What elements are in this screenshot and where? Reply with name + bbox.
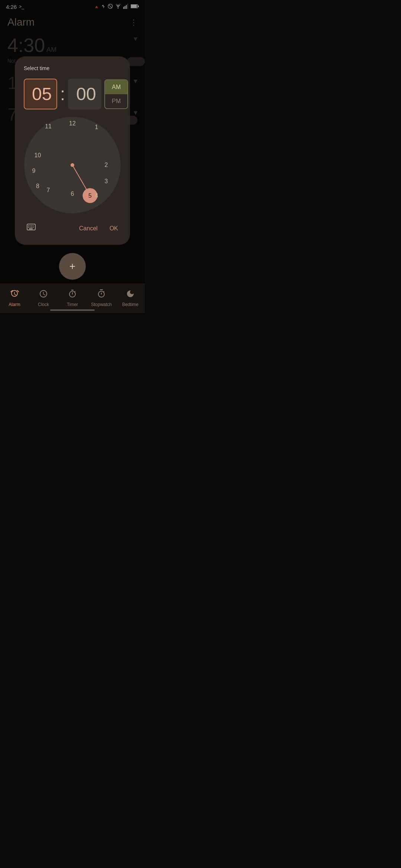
- clock-num-3[interactable]: 3: [100, 175, 113, 188]
- clock-num-9[interactable]: 9: [27, 164, 40, 178]
- bottom-navigation: Alarm Clock Timer Stopwatch: [0, 283, 145, 313]
- clock-num-2[interactable]: 2: [100, 158, 113, 172]
- pm-option[interactable]: PM: [105, 94, 127, 108]
- clock-num-6[interactable]: 6: [66, 187, 79, 201]
- home-indicator: [50, 309, 95, 311]
- clock-num-4[interactable]: 4: [90, 189, 103, 203]
- am-option[interactable]: AM: [105, 80, 127, 94]
- clock-face[interactable]: 5 12 1 2 3 4 6 7 8 9: [24, 117, 121, 213]
- alarm-nav-icon: [10, 289, 19, 300]
- stopwatch-nav-label: Stopwatch: [91, 302, 112, 307]
- clock-nav-icon: [39, 289, 48, 300]
- time-picker-row: 05 : 00 AM PM: [24, 79, 121, 109]
- svg-rect-22: [33, 227, 33, 228]
- svg-rect-15: [28, 226, 29, 226]
- svg-rect-18: [33, 226, 33, 226]
- svg-rect-21: [31, 227, 32, 228]
- svg-rect-16: [30, 226, 30, 226]
- nav-item-bedtime[interactable]: Bedtime: [119, 289, 141, 307]
- add-alarm-fab[interactable]: +: [59, 253, 86, 280]
- svg-rect-23: [29, 228, 33, 229]
- clock-num-12[interactable]: 12: [66, 117, 79, 130]
- clock-nav-label: Clock: [38, 302, 49, 307]
- dialog-actions: Cancel OK: [24, 221, 121, 236]
- svg-rect-19: [28, 227, 29, 228]
- dialog-title: Select time: [24, 65, 121, 71]
- cancel-button[interactable]: Cancel: [76, 222, 101, 235]
- dialog-buttons: Cancel OK: [76, 222, 121, 235]
- ampm-selector[interactable]: AM PM: [104, 79, 128, 109]
- clock-circle: 5 12 1 2 3 4 6 7 8 9: [24, 117, 121, 213]
- nav-item-stopwatch[interactable]: Stopwatch: [90, 289, 113, 307]
- ok-button[interactable]: OK: [107, 222, 121, 235]
- clock-num-1[interactable]: 1: [90, 121, 103, 134]
- minutes-segment[interactable]: 00: [68, 79, 101, 109]
- svg-rect-20: [30, 227, 30, 228]
- clock-num-10[interactable]: 10: [31, 149, 44, 162]
- time-colon: :: [60, 84, 65, 104]
- nav-item-clock[interactable]: Clock: [32, 289, 55, 307]
- svg-rect-17: [31, 226, 32, 226]
- timer-nav-label: Timer: [67, 302, 78, 307]
- bedtime-nav-icon: [126, 289, 135, 300]
- clock-num-8[interactable]: 8: [31, 180, 44, 193]
- hours-segment[interactable]: 05: [24, 79, 57, 109]
- clock-container: 5 12 1 2 3 4 6 7 8 9: [24, 117, 121, 213]
- keyboard-toggle-button[interactable]: [24, 221, 39, 236]
- alarm-nav-label: Alarm: [9, 302, 20, 307]
- bedtime-nav-label: Bedtime: [122, 302, 138, 307]
- nav-item-timer[interactable]: Timer: [61, 289, 84, 307]
- nav-item-alarm[interactable]: Alarm: [3, 289, 26, 307]
- timer-nav-icon: [68, 289, 77, 300]
- clock-num-11[interactable]: 11: [42, 120, 55, 133]
- add-icon: +: [69, 260, 75, 272]
- stopwatch-nav-icon: [97, 289, 106, 300]
- time-picker-dialog: Select time 05 : 00 AM PM: [15, 56, 130, 245]
